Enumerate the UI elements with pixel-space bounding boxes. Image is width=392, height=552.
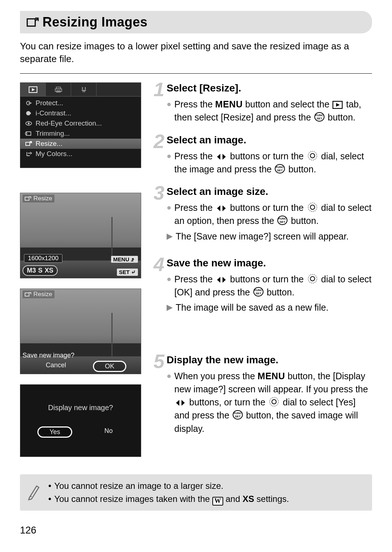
step-bullet: ●Press the buttons or turn the dial, sel…: [167, 150, 372, 176]
svg-rect-0: [27, 19, 35, 26]
screen-header-text: Resize: [33, 195, 52, 202]
menu-item-icon: [25, 141, 33, 147]
menu-item-label: i-Contrast...: [36, 109, 71, 117]
step-bullet: ●Press the MENU button and select the ta…: [167, 98, 372, 124]
svg-rect-12: [25, 197, 29, 200]
screen-header-text: Resize: [33, 291, 52, 298]
pencil-icon: [26, 483, 42, 500]
menu-item-label: Red-Eye Correction...: [36, 119, 102, 127]
step: 3Select an image size.●Press the buttons…: [156, 186, 372, 243]
menu-item-label: Protect...: [36, 99, 63, 107]
step-number: 5: [154, 350, 164, 372]
size-m3[interactable]: M3: [27, 267, 36, 274]
svg-point-19: [310, 154, 315, 158]
menu-item-label: My Colors...: [36, 150, 72, 158]
svg-text:SET: SET: [256, 292, 261, 295]
camera-size-screen: Resize 1600x1200 MENU M3 S XS SET ⤶: [20, 193, 141, 278]
step-bullet: ●Press the buttons or turn the dial to s…: [167, 201, 372, 228]
ok-button[interactable]: OK: [93, 361, 126, 372]
size-xs[interactable]: XS: [45, 267, 53, 274]
print-tab[interactable]: [46, 83, 71, 96]
step-title: Select [Resize].: [167, 82, 372, 94]
step: 5Display the new image.●When you press t…: [156, 354, 372, 435]
menu-hint-badge: MENU: [111, 256, 138, 263]
menu-item-icon: [25, 151, 33, 157]
step-bullet: ●Press the buttons or turn the dial to s…: [167, 273, 372, 299]
menu-item[interactable]: My Colors...: [20, 149, 141, 159]
svg-text:SET: SET: [317, 117, 322, 120]
size-options[interactable]: M3 S XS: [23, 265, 58, 276]
svg-point-18: [308, 151, 317, 160]
section-title-bar: Resizing Images: [20, 11, 372, 33]
svg-point-29: [310, 277, 315, 281]
menu-item-label: Resize...: [36, 140, 62, 148]
step-number: 2: [154, 130, 164, 152]
svg-rect-11: [26, 142, 30, 146]
svg-text:SET: SET: [280, 220, 286, 224]
camera-tabs: [20, 83, 141, 97]
step-number: 4: [154, 253, 164, 275]
svg-rect-10: [25, 133, 27, 134]
svg-point-24: [310, 205, 315, 209]
camera-display-dialog: Display new image? Yes No: [20, 384, 141, 457]
svg-point-28: [308, 274, 317, 283]
svg-rect-6: [30, 113, 31, 114]
step-bullet: ▶The [Save new image?] screen will appea…: [167, 230, 372, 243]
yes-button[interactable]: Yes: [37, 426, 72, 438]
step: 1Select [Resize].●Press the MENU button …: [156, 82, 372, 124]
menu-item[interactable]: Trimming...: [20, 128, 141, 139]
svg-text:FUNC: FUNC: [278, 217, 286, 220]
menu-item-icon: [25, 120, 33, 126]
size-s[interactable]: S: [38, 267, 42, 274]
setup-tab[interactable]: [71, 83, 97, 96]
step-title: Save the new image.: [167, 257, 372, 269]
notes-box: •You cannot resize an image to a larger …: [20, 474, 372, 511]
step-number: 1: [154, 78, 164, 101]
svg-text:SET: SET: [235, 415, 241, 418]
menu-item-icon: [25, 131, 33, 136]
screen-header: Resize: [23, 195, 54, 203]
step-title: Select an image size.: [167, 186, 372, 197]
step-title: Select an image.: [167, 134, 372, 146]
menu-item[interactable]: i-Contrast...: [20, 108, 141, 118]
playback-tab[interactable]: [20, 83, 46, 96]
note-line: •You cannot resize an image to a larger …: [48, 479, 366, 492]
no-button[interactable]: No: [94, 426, 124, 438]
menu-item-icon: [25, 100, 33, 106]
svg-text:FUNC: FUNC: [234, 412, 242, 415]
svg-point-33: [270, 397, 278, 406]
step: 2Select an image.●Press the buttons or t…: [156, 134, 372, 176]
menu-item-label: Trimming...: [36, 130, 70, 138]
step-bullet: ●When you press the MENU button, the [Di…: [167, 369, 372, 435]
set-hint-badge: SET ⤶: [117, 269, 138, 276]
page-number: 126: [20, 525, 36, 536]
svg-text:FUNC: FUNC: [276, 165, 284, 169]
step: 4Save the new image.●Press the buttons o…: [156, 257, 372, 314]
divider: [20, 73, 372, 74]
display-prompt-text: Display new image?: [48, 404, 113, 412]
menu-item-icon: [25, 110, 33, 116]
camera-menu-screen: Protect...i-Contrast...Red-Eye Correctio…: [20, 82, 141, 168]
svg-text:FUNC: FUNC: [254, 289, 262, 292]
svg-point-8: [28, 123, 30, 124]
resize-icon: [26, 17, 39, 28]
menu-item[interactable]: Protect...: [20, 98, 141, 108]
intro-text: You can resize images to a lower pixel s…: [20, 40, 372, 65]
svg-rect-13: [25, 293, 29, 296]
step-number: 3: [154, 181, 164, 204]
camera-save-screen: Resize Save new image? Cancel OK: [20, 289, 141, 374]
save-prompt-text: Save new image?: [23, 352, 74, 359]
step-title: Display the new image.: [167, 354, 372, 366]
note-line: •You cannot resize images taken with the…: [48, 492, 366, 506]
menu-item[interactable]: Resize...: [20, 139, 141, 149]
section-title: Resizing Images: [42, 15, 148, 30]
svg-point-23: [308, 203, 317, 212]
screen-header: Resize: [23, 290, 54, 298]
svg-text:FUNC: FUNC: [315, 114, 323, 117]
cancel-button[interactable]: Cancel: [35, 361, 77, 372]
svg-point-34: [272, 400, 276, 404]
resolution-badge: 1600x1200: [24, 254, 62, 263]
menu-item[interactable]: Red-Eye Correction...: [20, 118, 141, 128]
svg-rect-3: [55, 89, 62, 91]
svg-text:SET: SET: [277, 169, 283, 172]
